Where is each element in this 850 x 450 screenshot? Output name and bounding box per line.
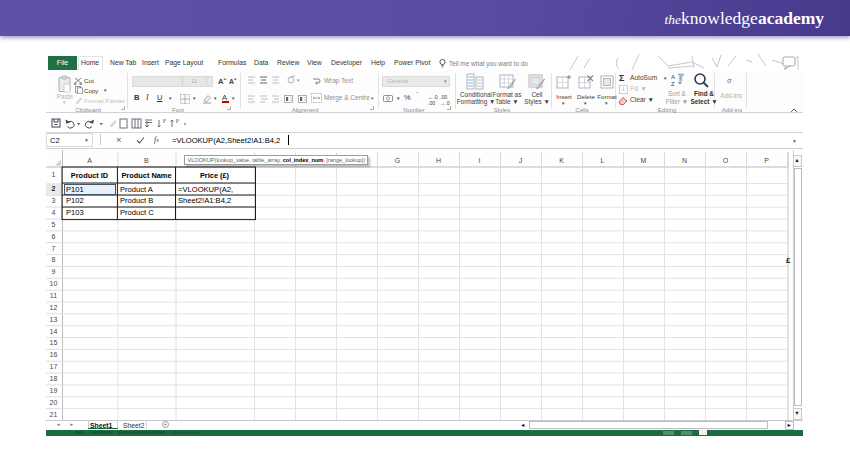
svg-text:A: A bbox=[671, 74, 675, 80]
svg-text:Z: Z bbox=[671, 81, 675, 87]
